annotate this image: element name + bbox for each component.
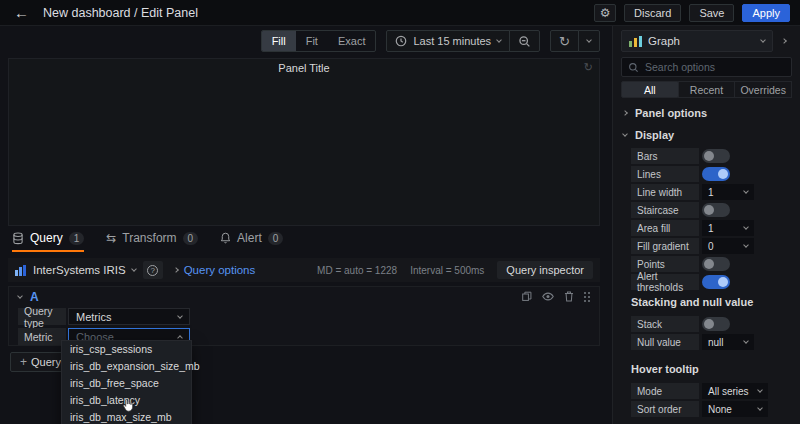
bars-toggle[interactable]	[702, 149, 730, 163]
zoom-out-button[interactable]	[509, 30, 540, 52]
time-range-picker[interactable]: Last 15 minutes	[386, 30, 510, 52]
refresh-controls: ↻	[550, 30, 600, 52]
query-type-label: Query type	[18, 308, 66, 325]
refresh-button[interactable]: ↻	[550, 30, 579, 52]
save-button[interactable]: Save	[689, 4, 734, 22]
fill-gradient-select[interactable]: 0	[702, 238, 754, 254]
metric-option[interactable]: iris_csp_sessions	[62, 341, 191, 358]
visualization-picker[interactable]: Graph	[621, 30, 773, 52]
interval-info: Interval = 500ms	[410, 265, 484, 276]
time-range-label: Last 15 minutes	[413, 35, 491, 47]
chevron-down-icon	[17, 293, 23, 299]
back-button[interactable]: ←	[10, 5, 33, 20]
sort-order-value: None	[708, 404, 732, 415]
fill-gradient-label: Fill gradient	[631, 238, 699, 254]
metric-option[interactable]: iris_db_free_space	[62, 375, 191, 392]
option-row-sort-order: Sort order None	[631, 401, 792, 417]
tab-alert[interactable]: Alert 0	[220, 231, 283, 252]
alert-thresholds-label: Alert thresholds	[631, 274, 699, 290]
sidebar-collapse-button[interactable]	[776, 30, 792, 52]
stack-toggle[interactable]	[702, 317, 730, 331]
size-mode-exact[interactable]: Exact	[328, 31, 376, 51]
query-editor-card: A Query type Metrics Metric Choose	[8, 286, 600, 346]
search-options-input[interactable]	[645, 61, 785, 73]
stacking-section-title: Stacking and null value	[631, 296, 792, 310]
line-width-label: Line width	[631, 184, 699, 200]
alert-thresholds-toggle[interactable]	[702, 275, 730, 289]
tab-transform-label: Transform	[122, 231, 176, 245]
chevron-down-icon	[496, 37, 502, 43]
bars-label: Bars	[631, 148, 699, 164]
drag-handle-icon[interactable]	[584, 292, 586, 294]
section-panel-options[interactable]: Panel options	[623, 106, 792, 120]
panel-header[interactable]: Panel Title ↻	[9, 59, 599, 77]
datasource-help-button[interactable]: ?	[143, 261, 163, 279]
chevron-right-icon	[622, 110, 628, 116]
mode-select[interactable]: All series	[702, 383, 768, 399]
eye-icon[interactable]	[542, 292, 554, 301]
chevron-down-icon	[757, 405, 763, 411]
sort-order-select[interactable]: None	[702, 401, 768, 417]
option-row-staircase: Staircase	[631, 202, 792, 218]
area-fill-select[interactable]: 1	[702, 220, 754, 236]
apply-button[interactable]: Apply	[742, 4, 790, 22]
size-mode-fit[interactable]: Fit	[296, 31, 328, 51]
panel-settings-button[interactable]: ⚙	[594, 4, 616, 22]
options-tabs: All Recent Overrides	[621, 81, 792, 98]
datasource-picker[interactable]: InterSystems IRIS	[33, 264, 136, 276]
section-display[interactable]: Display	[623, 128, 792, 142]
transform-icon: ⇆	[106, 232, 116, 244]
fill-gradient-value: 0	[708, 241, 714, 252]
header: ← New dashboard / Edit Panel ⚙ Discard S…	[0, 0, 800, 26]
search-options-box	[621, 57, 792, 77]
refresh-icon: ↻	[559, 34, 570, 49]
tab-alert-count: 0	[268, 232, 284, 245]
time-controls: Last 15 minutes	[386, 30, 540, 52]
option-row-area-fill: Area fill 1	[631, 220, 792, 236]
query-type-value: Metrics	[76, 311, 111, 323]
display-toolbar: Fill Fit Exact Last 15 minutes ↻	[8, 29, 600, 53]
null-value-select[interactable]: null	[702, 334, 754, 350]
chevron-down-icon	[622, 131, 628, 137]
metric-option[interactable]: iris_db_expansion_size_mb	[62, 358, 191, 375]
discard-button[interactable]: Discard	[624, 4, 681, 22]
tab-all[interactable]: All	[621, 81, 679, 98]
mode-value: All series	[708, 386, 749, 397]
option-row-bars: Bars	[631, 148, 792, 164]
bell-icon	[220, 232, 231, 244]
points-toggle[interactable]	[702, 257, 730, 271]
panel-options-title: Panel options	[635, 107, 707, 119]
query-row-header[interactable]: A	[9, 287, 599, 306]
tab-overrides[interactable]: Overrides	[734, 81, 792, 98]
line-width-select[interactable]: 1	[702, 184, 754, 200]
size-mode-fill[interactable]: Fill	[262, 31, 296, 51]
tab-transform[interactable]: ⇆ Transform 0	[106, 231, 198, 252]
query-type-row: Query type Metrics	[18, 308, 599, 325]
staircase-toggle[interactable]	[702, 203, 730, 217]
size-mode-group: Fill Fit Exact	[261, 30, 377, 52]
gear-icon: ⚙	[600, 7, 611, 19]
trash-icon[interactable]	[564, 291, 574, 302]
chevron-down-icon	[743, 242, 749, 248]
tab-recent[interactable]: Recent	[678, 81, 736, 98]
stack-label: Stack	[631, 316, 699, 332]
option-row-line-width: Line width 1	[631, 184, 792, 200]
chevron-down-icon	[131, 266, 137, 272]
query-inspector-button[interactable]: Query inspector	[497, 261, 593, 279]
tab-query-count: 1	[69, 232, 85, 245]
metric-label: Metric	[18, 328, 66, 345]
option-row-points: Points	[631, 256, 792, 272]
duplicate-icon[interactable]	[522, 291, 532, 302]
query-options-toggle[interactable]: Query options	[174, 264, 256, 276]
graph-viz-icon	[629, 36, 642, 47]
tab-query[interactable]: Query 1	[12, 231, 84, 252]
query-type-select[interactable]: Metrics	[68, 308, 190, 325]
lines-toggle[interactable]	[702, 167, 730, 181]
null-value-label: Null value	[631, 334, 699, 350]
clock-icon	[395, 35, 407, 47]
chevron-down-icon	[757, 387, 763, 393]
chevron-down-icon	[586, 37, 592, 43]
tab-query-label: Query	[30, 231, 63, 245]
points-label: Points	[631, 256, 699, 272]
refresh-interval-dropdown[interactable]	[578, 30, 600, 52]
